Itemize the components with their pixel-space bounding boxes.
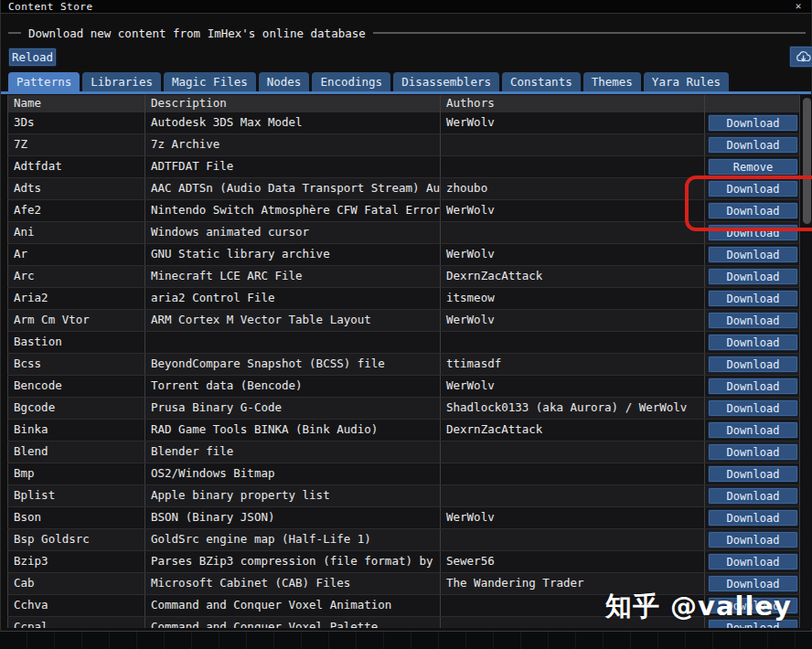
row-action-cell: Download xyxy=(704,507,800,528)
row-description: Apple binary property list xyxy=(144,485,440,506)
tab-disassemblers[interactable]: Disassemblers xyxy=(393,72,499,91)
row-description: Torrent data (Bencode) xyxy=(144,376,440,397)
row-authors: zhoubo xyxy=(440,178,704,199)
table-row: Bson BSON (Binary JSON) WerWolv Download xyxy=(7,507,800,529)
row-authors xyxy=(440,134,704,155)
row-name: Afe2 xyxy=(7,200,144,221)
row-name: 7Z xyxy=(7,134,144,155)
tab-libraries[interactable]: Libraries xyxy=(82,72,161,91)
table-row: Bsp Goldsrc GoldSrc engine map (Half-Lif… xyxy=(7,529,800,551)
row-description: aria2 Control File xyxy=(144,288,440,309)
download-button-arc[interactable]: Download xyxy=(708,268,798,285)
watermark: 知乎 @valley xyxy=(605,589,792,625)
download-button-bson[interactable]: Download xyxy=(708,509,798,527)
download-button-bastion[interactable]: Download xyxy=(708,334,798,351)
row-authors: WerWolv xyxy=(440,376,704,397)
download-button-ani[interactable]: Download xyxy=(708,224,798,241)
row-name: Adtfdat xyxy=(7,156,144,177)
row-authors: WerWolv xyxy=(440,200,704,221)
row-action-cell: Download xyxy=(704,485,800,506)
close-icon[interactable]: ✕ xyxy=(791,0,806,13)
tab-yara-rules[interactable]: Yara Rules xyxy=(644,72,729,91)
row-description: Microsoft Cabinet (CAB) Files xyxy=(144,573,440,594)
row-description: RAD Game Tools BINKA (Bink Audio) xyxy=(144,420,440,441)
download-button-arm-cm-vtor[interactable]: Download xyxy=(708,312,798,329)
row-description: Prusa Binary G-Code xyxy=(144,398,440,419)
download-button-bsp-goldsrc[interactable]: Download xyxy=(708,531,798,548)
table-header-row: Name Description Authors xyxy=(7,95,800,112)
row-action-cell: Download xyxy=(704,442,800,463)
row-authors: WerWolv xyxy=(440,310,704,331)
row-authors xyxy=(440,463,704,484)
download-button-7z[interactable]: Download xyxy=(708,136,798,154)
row-description: ADTFDAT File xyxy=(144,156,440,177)
row-name: Bencode xyxy=(7,376,144,397)
download-button-afe2[interactable]: Download xyxy=(708,202,798,219)
sync-store-button[interactable] xyxy=(789,46,812,68)
remove-button-adtfdat[interactable]: Remove xyxy=(708,158,798,176)
row-description: BeyondCompare Snapshot (BCSS) file xyxy=(144,354,440,375)
subtitle-separator: Download new content from ImHex's online… xyxy=(8,26,806,40)
download-button-3ds[interactable]: Download xyxy=(708,114,798,132)
row-description: AAC ADTSn (Audio Data Transport Stream) … xyxy=(144,178,440,199)
row-authors: WerWolv xyxy=(440,507,704,528)
tab-themes[interactable]: Themes xyxy=(583,72,641,91)
row-name: Cchva xyxy=(7,595,144,616)
row-description: OS2/Windows Bitmap xyxy=(144,463,440,484)
row-action-cell: Download xyxy=(704,178,800,199)
column-header-name[interactable]: Name xyxy=(7,95,144,112)
row-action-cell: Remove xyxy=(704,156,800,177)
row-authors: Sewer56 xyxy=(440,551,704,572)
table-row: Bgcode Prusa Binary G-Code Shadlock0133 … xyxy=(7,398,800,420)
row-name: Arc xyxy=(7,266,144,287)
download-button-adts[interactable]: Download xyxy=(708,180,798,197)
download-button-binka[interactable]: Download xyxy=(708,421,798,439)
tab-bar: Patterns Libraries Magic Files Nodes Enc… xyxy=(8,72,729,91)
download-button-ar[interactable]: Download xyxy=(708,246,798,263)
window-title: Content Store xyxy=(1,1,93,13)
column-header-description[interactable]: Description xyxy=(144,95,440,112)
row-action-cell: Download xyxy=(704,354,800,375)
row-description xyxy=(144,332,440,353)
column-header-action xyxy=(704,95,800,112)
row-description: Blender file xyxy=(144,442,440,463)
row-name: Aria2 xyxy=(7,288,144,309)
column-header-authors[interactable]: Authors xyxy=(440,95,704,112)
download-button-bzip3[interactable]: Download xyxy=(708,553,798,570)
row-description: BSON (Binary JSON) xyxy=(144,507,440,528)
table-row: Bcss BeyondCompare Snapshot (BCSS) file … xyxy=(7,354,800,376)
separator-dash xyxy=(8,32,21,34)
download-button-bgcode[interactable]: Download xyxy=(708,399,798,417)
row-description: Parses BZip3 compression (file format) b… xyxy=(144,551,440,572)
row-description: GoldSrc engine map (Half-Life 1) xyxy=(144,529,440,550)
table-row: Bplist Apple binary property list Downlo… xyxy=(7,485,800,507)
tab-magic-files[interactable]: Magic Files xyxy=(164,72,256,91)
row-description: Command and Conquer Voxel Animation xyxy=(144,595,440,616)
row-action-cell: Download xyxy=(704,551,800,572)
tab-encodings[interactable]: Encodings xyxy=(312,72,390,91)
table-scrollbar[interactable] xyxy=(802,95,812,628)
row-authors xyxy=(440,485,704,506)
row-description: Command and Conquer Voxel Palette xyxy=(144,617,440,628)
row-name: Bmp xyxy=(7,463,144,484)
tab-nodes[interactable]: Nodes xyxy=(259,72,310,91)
download-button-bencode[interactable]: Download xyxy=(708,378,798,395)
row-authors: ttimasdf xyxy=(440,354,704,375)
row-authors: DexrnZacAttack xyxy=(440,266,704,287)
row-description: Minecraft LCE ARC File xyxy=(144,266,440,287)
row-name: Bson xyxy=(7,507,144,528)
table-row: Bmp OS2/Windows Bitmap Download xyxy=(7,463,800,485)
download-button-bplist[interactable]: Download xyxy=(708,487,798,505)
download-button-blend[interactable]: Download xyxy=(708,443,798,461)
scrollbar-thumb[interactable] xyxy=(803,98,811,224)
table-row: 3Ds Autodesk 3DS Max Model WerWolv Downl… xyxy=(7,112,800,134)
tab-constants[interactable]: Constants xyxy=(502,72,581,91)
row-name: Bgcode xyxy=(7,398,144,419)
row-authors: WerWolv xyxy=(440,244,704,265)
row-action-cell: Download xyxy=(704,222,800,243)
tab-patterns[interactable]: Patterns xyxy=(8,72,80,91)
reload-button[interactable]: Reload xyxy=(8,48,57,67)
download-button-bcss[interactable]: Download xyxy=(708,356,798,373)
download-button-bmp[interactable]: Download xyxy=(708,465,798,483)
download-button-aria2[interactable]: Download xyxy=(708,290,798,307)
